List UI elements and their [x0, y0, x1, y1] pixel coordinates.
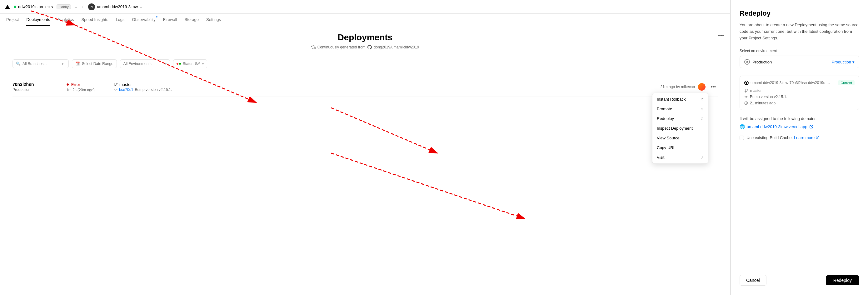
deploy-name-container[interactable]: N umami-ddw2019-3imw ⌄	[88, 3, 142, 10]
cancel-button[interactable]: Cancel	[740, 275, 767, 286]
project-chevron-icon[interactable]: ⌄	[75, 5, 77, 8]
env-chevron-icon: ▾	[852, 60, 855, 64]
search-icon: 🔍	[16, 62, 21, 66]
nav-item-project[interactable]: Project	[6, 14, 19, 26]
nav-item-settings[interactable]: Settings	[206, 14, 221, 26]
branch-search-input[interactable]	[23, 62, 60, 66]
svg-line-10	[331, 153, 525, 219]
nav-item-analytics[interactable]: Analytics	[58, 14, 74, 26]
top-bar: ddw2019's projects Hobby ⌄ / N umami-ddw…	[0, 0, 730, 14]
project-name-container[interactable]: ddw2019's projects	[14, 4, 53, 9]
card-commit-icon	[744, 95, 748, 99]
card-time-row: 21 minutes ago	[744, 101, 855, 105]
action-buttons: Cancel Redeploy	[740, 275, 859, 286]
status-dot-ok	[179, 63, 181, 65]
card-commit-row: Bump version v2.15.1.	[744, 95, 855, 99]
dep-commit: bce70c1 Bump version v2.15.1.	[114, 88, 176, 92]
redeploy-title: Redeploy	[740, 9, 859, 18]
radio-inner	[746, 82, 747, 84]
status-label: Status	[183, 62, 193, 66]
dep-user-avatar	[698, 83, 706, 91]
svg-point-1	[116, 83, 117, 84]
env-selector[interactable]: ⊙ Production Production ▾	[740, 56, 859, 68]
menu-item-redeploy[interactable]: Redeploy ⊙	[652, 114, 708, 123]
deploy-name-label: umami-ddw2019-3imw	[97, 4, 138, 9]
radio-button	[744, 81, 749, 85]
cache-learn-more-link[interactable]: Learn more	[794, 135, 819, 140]
status-dots	[177, 63, 181, 65]
dep-error-status: ● Error	[66, 82, 110, 87]
project-status-dot	[14, 6, 16, 8]
date-range-label: Select Date Range	[82, 62, 114, 66]
github-icon	[367, 45, 372, 49]
domain-section: It will be assigned to the following dom…	[740, 116, 859, 129]
card-time-icon	[744, 101, 748, 105]
card-branch-icon	[744, 89, 748, 93]
env-chevron-icon: ▾	[165, 62, 166, 66]
commit-icon	[114, 88, 118, 92]
menu-item-instant-rollback[interactable]: Instant Rollback ↺	[652, 94, 708, 104]
dep-info: 70n3l2hsn Production	[12, 82, 62, 92]
env-circle-icon: ⊙	[744, 59, 750, 65]
menu-item-visit[interactable]: Visit ↗	[652, 152, 708, 162]
status-count: 5/6	[195, 62, 200, 66]
dep-meta: 21m ago by mikecao •••	[660, 83, 718, 91]
promote-icon: ⊕	[701, 107, 704, 111]
env-filter[interactable]: All Environments ▾	[120, 59, 170, 68]
menu-item-inspect[interactable]: Inspect Deployment	[652, 123, 708, 133]
refresh-icon	[311, 45, 316, 49]
menu-item-promote[interactable]: Promote ⊕	[652, 104, 708, 114]
dep-status-label: Error	[71, 82, 80, 87]
rollback-icon: ↺	[701, 97, 704, 101]
env-select-left: ⊙ Production	[744, 59, 772, 65]
page-title: Deployments	[12, 32, 718, 42]
external-link-icon	[809, 124, 814, 129]
domain-link[interactable]: 🌐 umami-ddw2019-3imw.vercel.app	[740, 124, 859, 129]
more-options-button[interactable]: •••	[718, 32, 724, 39]
dep-time-ago: 21m ago by mikecao	[660, 85, 695, 89]
subtitle-text: Continuously generated from	[317, 45, 366, 49]
card-branch-row: master	[744, 88, 855, 93]
svg-line-18	[811, 125, 813, 127]
env-section-label: Select an environment	[740, 49, 859, 53]
three-dots-button[interactable]: •••	[709, 83, 718, 91]
status-filter[interactable]: Status 5/6 ▾	[173, 59, 208, 68]
date-range-filter[interactable]: 📅 Select Date Range	[72, 59, 117, 68]
nav-item-observability[interactable]: Observability	[132, 14, 156, 26]
domain-label: It will be assigned to the following dom…	[740, 116, 859, 121]
branch-filter[interactable]: 🔍 ▾	[12, 59, 69, 68]
subtitle-bar: Continuously generated from dong2019/uma…	[12, 45, 718, 49]
env-name: Production	[752, 60, 772, 64]
nav-item-deployments[interactable]: Deployments	[26, 14, 50, 26]
env-select-value: Production ▾	[832, 60, 855, 64]
globe-icon: 🌐	[740, 124, 745, 129]
dep-branch-name: master	[114, 82, 176, 87]
left-panel: ddw2019's projects Hobby ⌄ / N umami-ddw…	[0, 0, 731, 295]
nav-item-firewall[interactable]: Firewall	[163, 14, 177, 26]
dep-hash: 70n3l2hsn	[12, 82, 62, 87]
cache-checkbox[interactable]	[740, 136, 744, 140]
svg-point-13	[745, 91, 746, 92]
nav-bar: Project Deployments Analytics Speed Insi…	[0, 14, 730, 26]
deployment-row: 70n3l2hsn Production ● Error 1m 2s (20m …	[12, 77, 718, 97]
nav-item-logs[interactable]: Logs	[116, 14, 124, 26]
svg-line-9	[331, 108, 437, 153]
svg-point-3	[115, 89, 116, 90]
svg-point-14	[746, 96, 747, 97]
dep-duration: 1m 2s (20m ago)	[66, 88, 110, 92]
nav-item-storage[interactable]: Storage	[185, 14, 199, 26]
branch-icon	[114, 83, 118, 87]
menu-item-copy-url[interactable]: Copy URL	[652, 143, 708, 152]
main-content: ••• Deployments Continuously generated f…	[0, 26, 730, 295]
card-url-left: umami-ddw2019-3imw-70n3l2hsn-ddw2019s-pr…	[744, 81, 832, 85]
visit-icon: ↗	[701, 155, 704, 160]
redeploy-panel: Redeploy You are about to create a new D…	[731, 0, 868, 295]
nav-item-speed-insights[interactable]: Speed Insights	[81, 14, 108, 26]
hobby-badge: Hobby	[57, 4, 71, 9]
redeploy-button[interactable]: Redeploy	[826, 275, 859, 285]
redeploy-icon: ⊙	[701, 117, 704, 121]
learn-more-icon	[816, 136, 819, 139]
deploy-avatar: N	[88, 3, 95, 10]
menu-item-view-source[interactable]: View Source	[652, 133, 708, 143]
project-name-label: ddw2019's projects	[18, 4, 53, 9]
